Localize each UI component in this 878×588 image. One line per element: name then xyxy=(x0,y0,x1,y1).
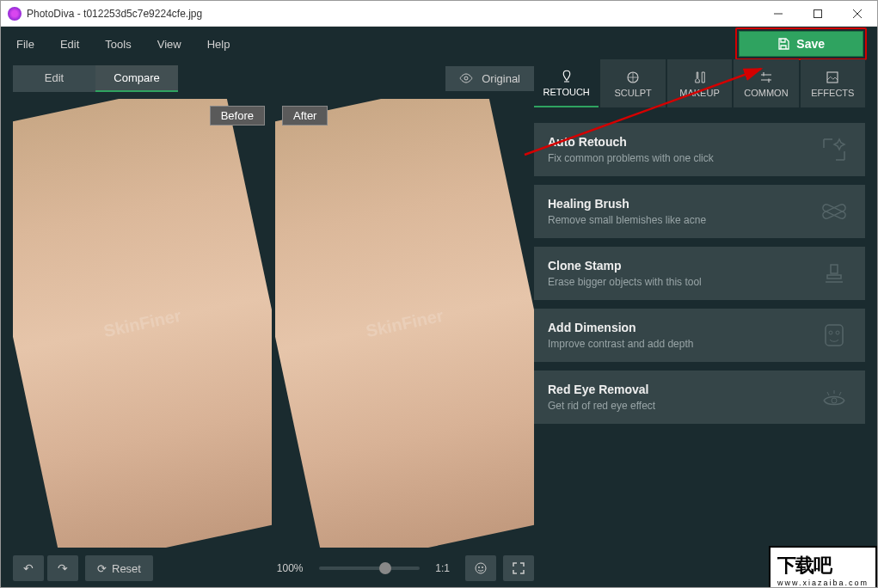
svg-point-10 xyxy=(829,331,832,334)
card-title: Add Dimension xyxy=(548,321,817,334)
makeup-icon xyxy=(692,70,708,85)
reset-label: Reset xyxy=(112,562,141,575)
tool-tab-makeup[interactable]: MAKEUP xyxy=(667,59,732,107)
card-title: Auto Retouch xyxy=(548,135,817,149)
tool-tab-label: MAKEUP xyxy=(679,88,719,98)
after-image: SkinFiner xyxy=(275,99,534,548)
before-label: Before xyxy=(210,106,265,126)
minimize-button[interactable] xyxy=(758,1,798,27)
maximize-button[interactable] xyxy=(798,1,838,27)
card-clone-stamp[interactable]: Clone Stamp Erase bigger objects with th… xyxy=(534,247,865,300)
compare-area: SkinFiner Before SkinFiner After xyxy=(13,99,534,548)
menubar: File Edit Tools View Help Save xyxy=(1,27,877,61)
tool-tab-label: RETOUCH xyxy=(543,87,590,97)
fullscreen-icon xyxy=(513,562,525,574)
watermark-text: 下载吧 xyxy=(777,553,869,579)
card-title: Clone Stamp xyxy=(548,259,817,273)
save-icon xyxy=(777,38,789,50)
svg-point-3 xyxy=(478,567,480,568)
tab-edit[interactable]: Edit xyxy=(13,65,95,92)
fullscreen-button[interactable] xyxy=(503,555,534,581)
close-button[interactable] xyxy=(838,1,877,27)
retouch-cards: Auto Retouch Fix common problems with on… xyxy=(534,123,865,424)
tool-tabs: RETOUCH SCULPT MAKEUP COMMON EFFECTS xyxy=(534,59,865,107)
reset-button[interactable]: ⟳ Reset xyxy=(85,555,153,581)
card-subtitle: Get rid of red eye effect xyxy=(548,400,817,412)
window-title: PhotoDiva - t012253d5c7e9224cfe.jpg xyxy=(27,8,758,20)
card-add-dimension[interactable]: Add Dimension Improve contrast and add d… xyxy=(534,309,865,362)
card-title: Healing Brush xyxy=(548,197,817,211)
svg-rect-0 xyxy=(814,9,822,17)
eye-icon xyxy=(459,73,473,83)
svg-point-2 xyxy=(476,563,486,573)
card-title: Red Eye Removal xyxy=(548,383,817,396)
window-controls xyxy=(758,1,877,27)
tool-tab-label: COMMON xyxy=(744,88,788,98)
svg-point-4 xyxy=(482,567,483,568)
tool-tab-effects[interactable]: EFFECTS xyxy=(801,59,865,107)
tool-tab-retouch[interactable]: RETOUCH xyxy=(534,59,599,107)
face-icon xyxy=(474,561,488,575)
common-icon xyxy=(758,70,774,85)
mask-icon xyxy=(817,322,851,349)
tool-tab-label: EFFECTS xyxy=(811,88,854,98)
zoom-slider-thumb[interactable] xyxy=(379,562,391,574)
watermark-url: www.xiazaiba.com xyxy=(777,579,869,587)
before-pane[interactable]: SkinFiner Before xyxy=(13,99,272,548)
svg-point-1 xyxy=(464,77,468,80)
zoom-value: 100% xyxy=(277,562,304,574)
save-label: Save xyxy=(796,37,825,51)
tool-tab-sculpt[interactable]: SCULPT xyxy=(600,59,665,107)
menu-view[interactable]: View xyxy=(145,33,193,56)
before-image: SkinFiner xyxy=(13,99,272,548)
app-name: PhotoDiva xyxy=(27,8,74,20)
original-label: Original xyxy=(482,72,520,85)
sculpt-icon xyxy=(625,70,641,85)
card-healing-brush[interactable]: Healing Brush Remove small blemishes lik… xyxy=(534,185,865,238)
card-subtitle: Remove small blemishes like acne xyxy=(548,214,817,226)
svg-point-11 xyxy=(836,331,839,334)
file-name: t012253d5c7e9224cfe.jpg xyxy=(83,8,202,20)
after-label: After xyxy=(282,106,328,126)
menu-tools[interactable]: Tools xyxy=(93,33,143,56)
sparkle-icon xyxy=(817,136,851,163)
card-subtitle: Improve contrast and add depth xyxy=(548,338,817,350)
menu-edit[interactable]: Edit xyxy=(48,33,91,56)
svg-rect-9 xyxy=(826,325,843,346)
zoom-ratio[interactable]: 1:1 xyxy=(435,562,450,574)
card-subtitle: Fix common problems with one click xyxy=(548,152,817,164)
tool-tab-label: SCULPT xyxy=(614,88,651,98)
save-highlight-box: Save xyxy=(735,28,867,60)
svg-point-12 xyxy=(832,398,837,403)
svg-rect-6 xyxy=(827,72,838,83)
svg-rect-8 xyxy=(822,203,847,219)
save-button[interactable]: Save xyxy=(739,31,863,57)
eye-rays-icon xyxy=(817,383,851,411)
card-auto-retouch[interactable]: Auto Retouch Fix common problems with on… xyxy=(534,123,865,176)
tab-compare[interactable]: Compare xyxy=(95,65,178,92)
app-logo-icon xyxy=(8,7,21,21)
menu-help[interactable]: Help xyxy=(195,33,243,56)
fit-face-button[interactable] xyxy=(465,555,496,581)
redo-button[interactable]: ↷ xyxy=(47,555,78,581)
undo-button[interactable]: ↶ xyxy=(13,555,44,581)
bottom-toolbar: ↶ ↷ ⟳ Reset 100% 1:1 xyxy=(13,548,534,588)
bandage-icon xyxy=(817,198,851,225)
menu-file[interactable]: File xyxy=(4,33,46,56)
original-toggle[interactable]: Original xyxy=(445,66,534,91)
window-titlebar: PhotoDiva - t012253d5c7e9224cfe.jpg xyxy=(1,1,877,27)
card-red-eye[interactable]: Red Eye Removal Get rid of red eye effec… xyxy=(534,371,865,424)
zoom-slider[interactable] xyxy=(319,567,421,570)
after-pane[interactable]: SkinFiner After xyxy=(275,99,534,548)
main-area: Edit Compare Original SkinFiner Before S… xyxy=(1,61,877,588)
effects-icon xyxy=(825,70,840,85)
stamp-icon xyxy=(817,260,851,287)
card-subtitle: Erase bigger objects with this tool xyxy=(548,276,817,288)
tool-tab-common[interactable]: COMMON xyxy=(734,59,798,107)
reset-icon: ⟳ xyxy=(97,562,107,575)
watermark-badge: 下载吧 www.xiazaiba.com xyxy=(769,546,877,588)
retouch-icon xyxy=(559,69,574,84)
mode-row: Edit Compare Original xyxy=(13,61,534,95)
